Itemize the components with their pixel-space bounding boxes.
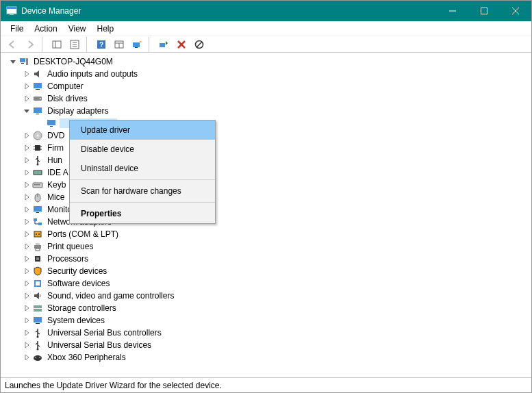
tree-category[interactable]: System devices [6,314,531,327]
tree-category[interactable]: Xbox 360 Peripherals [6,351,531,364]
menu-file[interactable]: File [5,23,29,35]
svg-point-53 [36,233,37,235]
window-title: Device Manager [21,6,81,16]
update-driver-button[interactable] [155,37,173,52]
svg-rect-59 [36,257,39,260]
menu-scan-hardware[interactable]: Scan for hardware changes [70,181,215,201]
storage-icon [32,303,43,314]
chevron-right-icon[interactable] [23,205,31,214]
close-button[interactable] [500,1,531,21]
chevron-right-icon[interactable] [23,292,31,300]
forward-button[interactable] [21,37,39,52]
help-button[interactable]: ? [92,37,110,52]
spacer [36,119,45,127]
category-label: Processors [46,254,90,264]
tree-category[interactable]: Audio inputs and outputs [6,68,531,80]
svg-rect-22 [20,58,25,62]
back-button[interactable] [3,37,21,52]
svg-rect-29 [34,107,42,113]
tree-category[interactable]: Security devices [6,265,531,277]
tree-category[interactable]: Sound, video and game controllers [6,290,531,302]
maximize-button[interactable] [468,1,500,21]
category-label: Display adapters [46,106,110,116]
menu-view[interactable]: View [63,23,92,35]
svg-rect-35 [35,145,40,151]
chevron-right-icon[interactable] [23,131,31,140]
chevron-right-icon[interactable] [23,316,31,325]
titlebar: Device Manager [1,1,531,21]
menu-action[interactable]: Action [29,23,62,35]
uninstall-device-button[interactable] [173,37,190,52]
chevron-right-icon[interactable] [23,353,31,362]
svg-rect-61 [36,281,40,286]
chevron-right-icon[interactable] [23,329,31,337]
tree-root[interactable]: DESKTOP-JQ44G0M [6,55,531,68]
category-label: Keyb [46,180,67,190]
status-bar: Launches the Update Driver Wizard for th… [1,377,531,392]
chevron-down-icon[interactable] [9,58,17,66]
tree-category[interactable]: Computer [6,80,531,92]
category-label: DVD [46,131,66,140]
tree-category[interactable]: Universal Serial Bus devices [6,339,531,351]
menu-uninstall-device[interactable]: Uninstall device [70,159,215,178]
menu-separator [70,202,215,203]
chevron-right-icon[interactable] [23,267,31,275]
tree-category[interactable]: Universal Serial Bus controllers [6,327,531,339]
chevron-right-icon[interactable] [23,144,31,152]
chevron-right-icon[interactable] [23,94,31,103]
svg-rect-45 [38,184,40,186]
chevron-right-icon[interactable] [23,341,31,349]
pc-icon [18,56,29,67]
chevron-right-icon[interactable] [23,156,31,164]
chevron-right-icon[interactable] [23,70,31,78]
menu-update-driver[interactable]: Update driver [70,121,215,140]
chevron-right-icon[interactable] [23,218,31,226]
chevron-right-icon[interactable] [23,242,31,251]
minimize-button[interactable] [437,1,468,21]
action-grid-button[interactable] [110,37,128,52]
tree-category[interactable]: Ports (COM & LPT) [6,228,531,240]
svg-rect-55 [34,245,41,249]
device-tree[interactable]: DESKTOP-JQ44G0MAudio inputs and outputsC… [1,53,531,377]
svg-rect-26 [36,89,40,90]
svg-rect-23 [26,58,28,65]
menu-separator [70,179,215,180]
svg-point-54 [38,233,40,235]
svg-rect-44 [36,184,38,186]
tree-category[interactable]: Processors [6,253,531,265]
menu-help[interactable]: Help [92,23,120,35]
chip-icon [32,142,43,153]
svg-rect-2 [10,14,14,15]
menu-properties[interactable]: Properties [70,204,215,223]
tree-category[interactable]: Storage controllers [6,302,531,314]
svg-line-5 [512,8,519,14]
mouse-icon [32,192,43,203]
chevron-down-icon[interactable] [23,107,31,115]
show-hide-tree-button[interactable] [48,37,66,52]
chevron-right-icon[interactable] [23,181,31,189]
chevron-right-icon[interactable] [23,255,31,263]
properties-button[interactable] [66,37,84,52]
svg-point-34 [37,135,39,137]
tree-category[interactable]: Software devices [6,277,531,290]
scan-hardware-button[interactable] [128,37,146,52]
monitor-icon [46,118,57,129]
category-label: System devices [46,316,106,325]
chevron-right-icon[interactable] [23,82,31,90]
chevron-right-icon[interactable] [23,279,31,288]
chevron-right-icon[interactable] [23,193,31,201]
svg-rect-32 [50,126,53,127]
tree-category[interactable]: Disk drives [6,92,531,105]
svg-rect-4 [481,8,487,14]
chevron-right-icon[interactable] [23,304,31,312]
category-label: Print queues [46,242,94,251]
disable-device-button[interactable] [190,37,208,52]
category-label: Computer [46,81,85,91]
chevron-right-icon[interactable] [23,168,31,177]
menu-disable-device[interactable]: Disable device [70,140,215,159]
menubar: File Action View Help [1,21,531,36]
tree-category[interactable]: Display adapters [6,105,531,117]
chevron-right-icon[interactable] [23,230,31,238]
svg-point-68 [34,355,42,361]
tree-category[interactable]: Print queues [6,240,531,253]
